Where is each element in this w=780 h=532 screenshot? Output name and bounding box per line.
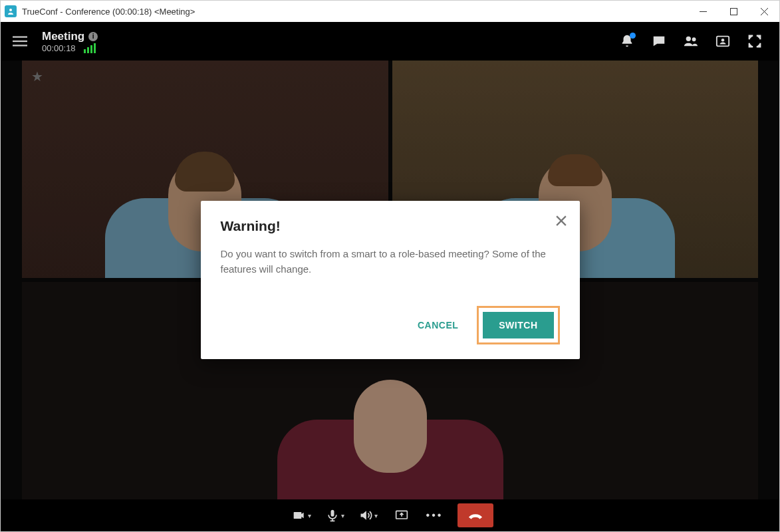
dialog-body: Do you want to switch from a smart to a … bbox=[221, 246, 560, 277]
camera-button[interactable]: ▾ bbox=[287, 503, 317, 527]
add-participant-button[interactable] bbox=[710, 29, 735, 54]
elapsed-time: 00:00:18 bbox=[42, 43, 76, 53]
fullscreen-button[interactable] bbox=[742, 29, 767, 54]
meeting-title: Meeting bbox=[42, 30, 84, 43]
switch-button-highlight: SWITCH bbox=[477, 306, 559, 344]
conference-topbar: Meeting i 00:00:18 bbox=[1, 22, 779, 61]
signal-strength-icon bbox=[84, 43, 96, 53]
svg-point-0 bbox=[9, 9, 12, 11]
info-icon[interactable]: i bbox=[88, 32, 98, 41]
chat-button[interactable] bbox=[646, 29, 672, 54]
meeting-info: Meeting i 00:00:18 bbox=[42, 30, 98, 53]
app-window: TrueConf - Conference (00:00:18) <Meetin… bbox=[0, 0, 780, 532]
chevron-down-icon: ▾ bbox=[308, 512, 311, 519]
chevron-down-icon: ▾ bbox=[374, 512, 378, 519]
app-content: Meeting i 00:00:18 bbox=[1, 22, 779, 531]
svg-point-8 bbox=[686, 37, 691, 41]
hangup-button[interactable] bbox=[457, 503, 493, 527]
video-grid-area: ★ Warning! Do you bbox=[1, 61, 779, 499]
notification-dot-icon bbox=[630, 33, 636, 39]
notifications-button[interactable] bbox=[614, 29, 640, 54]
window-minimize-button[interactable] bbox=[688, 1, 718, 22]
participants-button[interactable] bbox=[678, 29, 704, 54]
switch-button[interactable]: SWITCH bbox=[483, 312, 553, 338]
conference-controls: ▾ ▾ ▾ ••• bbox=[1, 499, 779, 531]
cancel-button[interactable]: CANCEL bbox=[418, 320, 458, 331]
microphone-button[interactable]: ▾ bbox=[321, 503, 350, 527]
more-options-button[interactable]: ••• bbox=[420, 503, 450, 527]
svg-rect-2 bbox=[730, 8, 737, 15]
window-maximize-button[interactable] bbox=[718, 1, 749, 22]
app-icon bbox=[5, 5, 17, 17]
dialog-title: Warning! bbox=[221, 218, 560, 234]
svg-point-9 bbox=[692, 37, 696, 41]
menu-button[interactable] bbox=[10, 31, 30, 51]
svg-point-11 bbox=[721, 39, 725, 42]
speaker-button[interactable]: ▾ bbox=[354, 503, 383, 527]
window-close-button[interactable] bbox=[749, 1, 779, 22]
titlebar: TrueConf - Conference (00:00:18) <Meetin… bbox=[1, 1, 779, 22]
share-screen-button[interactable] bbox=[387, 503, 416, 527]
dialog-close-button[interactable] bbox=[556, 214, 567, 229]
ellipsis-icon: ••• bbox=[426, 509, 444, 521]
dialog-overlay: Warning! Do you want to switch from a sm… bbox=[1, 61, 779, 499]
svg-rect-14 bbox=[330, 510, 334, 517]
window-title: TrueConf - Conference (00:00:18) <Meetin… bbox=[22, 7, 195, 17]
warning-dialog: Warning! Do you want to switch from a sm… bbox=[201, 201, 580, 360]
chevron-down-icon: ▾ bbox=[341, 512, 344, 519]
